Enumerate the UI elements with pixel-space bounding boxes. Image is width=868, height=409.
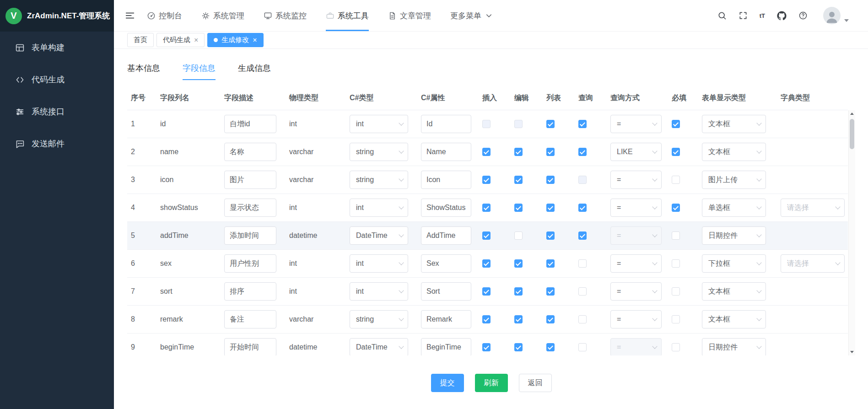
edit-checkbox[interactable] xyxy=(514,176,523,184)
insert-checkbox[interactable] xyxy=(482,148,491,156)
csharp-type-select[interactable]: string xyxy=(350,143,408,161)
query-checkbox[interactable] xyxy=(578,343,587,351)
required-checkbox[interactable] xyxy=(672,231,680,240)
insert-checkbox[interactable] xyxy=(482,176,491,184)
required-checkbox[interactable] xyxy=(672,204,680,212)
required-checkbox[interactable] xyxy=(672,259,680,268)
insert-checkbox[interactable] xyxy=(482,204,491,212)
query-mode-select[interactable]: = xyxy=(610,338,662,355)
close-icon[interactable]: × xyxy=(194,37,198,44)
description-input[interactable] xyxy=(224,254,276,273)
list-checkbox[interactable] xyxy=(546,315,555,323)
display-type-select[interactable]: 文本框 xyxy=(702,143,766,161)
sidebar-item-form-build[interactable]: 表单构建 xyxy=(0,32,114,64)
edit-checkbox[interactable] xyxy=(514,315,523,323)
list-checkbox[interactable] xyxy=(546,259,555,268)
query-checkbox[interactable] xyxy=(578,176,587,184)
csharp-type-select[interactable]: int xyxy=(350,254,408,273)
edit-checkbox[interactable] xyxy=(514,120,523,128)
edit-checkbox[interactable] xyxy=(514,204,523,212)
tab-field-info[interactable]: 字段信息 xyxy=(183,61,216,80)
display-type-select[interactable]: 日期控件 xyxy=(702,226,766,245)
csharp-property-input[interactable] xyxy=(421,226,471,245)
description-input[interactable] xyxy=(224,226,276,245)
query-mode-select[interactable]: = xyxy=(610,282,662,301)
required-checkbox[interactable] xyxy=(672,148,680,156)
query-mode-select[interactable]: LIKE xyxy=(610,143,662,161)
dict-type-select[interactable]: 请选择 xyxy=(781,254,845,273)
close-icon[interactable]: × xyxy=(253,37,257,44)
list-checkbox[interactable] xyxy=(546,176,555,184)
query-checkbox[interactable] xyxy=(578,148,587,156)
csharp-type-select[interactable]: string xyxy=(350,171,408,189)
scrollbar-down-arrow[interactable] xyxy=(849,349,855,355)
query-checkbox[interactable] xyxy=(578,315,587,323)
display-type-select[interactable]: 文本框 xyxy=(702,282,766,301)
insert-checkbox[interactable] xyxy=(482,315,491,323)
tag-code-gen[interactable]: 代码生成 × xyxy=(156,33,205,47)
required-checkbox[interactable] xyxy=(672,315,680,323)
nav-item-more-menu[interactable]: 更多菜单 xyxy=(450,0,493,31)
description-input[interactable] xyxy=(224,282,276,301)
csharp-property-input[interactable] xyxy=(421,310,471,328)
list-checkbox[interactable] xyxy=(546,120,555,128)
query-checkbox[interactable] xyxy=(578,120,587,128)
edit-checkbox[interactable] xyxy=(514,259,523,268)
description-input[interactable] xyxy=(224,143,276,161)
edit-checkbox[interactable] xyxy=(514,343,523,351)
sidebar-item-send-mail[interactable]: 发送邮件 xyxy=(0,128,114,160)
query-mode-select[interactable]: = xyxy=(610,254,662,273)
description-input[interactable] xyxy=(224,310,276,328)
required-checkbox[interactable] xyxy=(672,120,680,128)
display-type-select[interactable]: 下拉框 xyxy=(702,254,766,273)
query-mode-select[interactable]: = xyxy=(610,115,662,133)
tab-gen-info[interactable]: 生成信息 xyxy=(238,61,271,80)
csharp-type-select[interactable]: DateTime xyxy=(350,226,408,245)
list-checkbox[interactable] xyxy=(546,343,555,351)
query-mode-select[interactable]: = xyxy=(610,310,662,328)
query-mode-select[interactable]: = xyxy=(610,199,662,217)
edit-checkbox[interactable] xyxy=(514,287,523,296)
csharp-type-select[interactable]: int xyxy=(350,282,408,301)
dict-type-select[interactable]: 请选择 xyxy=(781,199,845,217)
list-checkbox[interactable] xyxy=(546,204,555,212)
csharp-property-input[interactable] xyxy=(421,143,471,161)
csharp-property-input[interactable] xyxy=(421,171,471,189)
description-input[interactable] xyxy=(224,338,276,355)
csharp-type-select[interactable]: string xyxy=(350,310,408,328)
csharp-property-input[interactable] xyxy=(421,199,471,217)
display-type-select[interactable]: 日期控件 xyxy=(702,338,766,355)
display-type-select[interactable]: 文本框 xyxy=(702,115,766,133)
edit-checkbox[interactable] xyxy=(514,231,523,240)
insert-checkbox[interactable] xyxy=(482,120,491,128)
list-checkbox[interactable] xyxy=(546,287,555,296)
csharp-type-select[interactable]: int xyxy=(350,115,408,133)
insert-checkbox[interactable] xyxy=(482,259,491,268)
sidebar-item-code-gen[interactable]: 代码生成 xyxy=(0,64,114,96)
description-input[interactable] xyxy=(224,199,276,217)
query-checkbox[interactable] xyxy=(578,231,587,240)
display-type-select[interactable]: 单选框 xyxy=(702,199,766,217)
query-mode-select[interactable]: = xyxy=(610,226,662,245)
sidebar-toggle-icon[interactable] xyxy=(125,11,135,21)
nav-item-article-manage[interactable]: 文章管理 xyxy=(388,0,431,31)
scrollbar[interactable] xyxy=(848,110,855,355)
list-checkbox[interactable] xyxy=(546,231,555,240)
required-checkbox[interactable] xyxy=(672,287,680,296)
nav-item-system-manage[interactable]: 系统管理 xyxy=(201,0,244,31)
nav-item-system-monitor[interactable]: 系统监控 xyxy=(264,0,307,31)
query-checkbox[interactable] xyxy=(578,204,587,212)
display-type-select[interactable]: 图片上传 xyxy=(702,171,766,189)
search-icon[interactable] xyxy=(717,11,727,20)
tag-home[interactable]: 首页 xyxy=(127,33,154,47)
csharp-type-select[interactable]: DateTime xyxy=(350,338,408,355)
query-checkbox[interactable] xyxy=(578,287,587,296)
user-avatar[interactable] xyxy=(823,7,841,24)
insert-checkbox[interactable] xyxy=(482,343,491,351)
tag-gen-edit[interactable]: 生成修改 × xyxy=(207,33,263,47)
csharp-property-input[interactable] xyxy=(421,282,471,301)
tab-basic-info[interactable]: 基本信息 xyxy=(127,61,160,80)
insert-checkbox[interactable] xyxy=(482,287,491,296)
nav-item-console[interactable]: 控制台 xyxy=(147,0,182,31)
csharp-property-input[interactable] xyxy=(421,338,471,355)
